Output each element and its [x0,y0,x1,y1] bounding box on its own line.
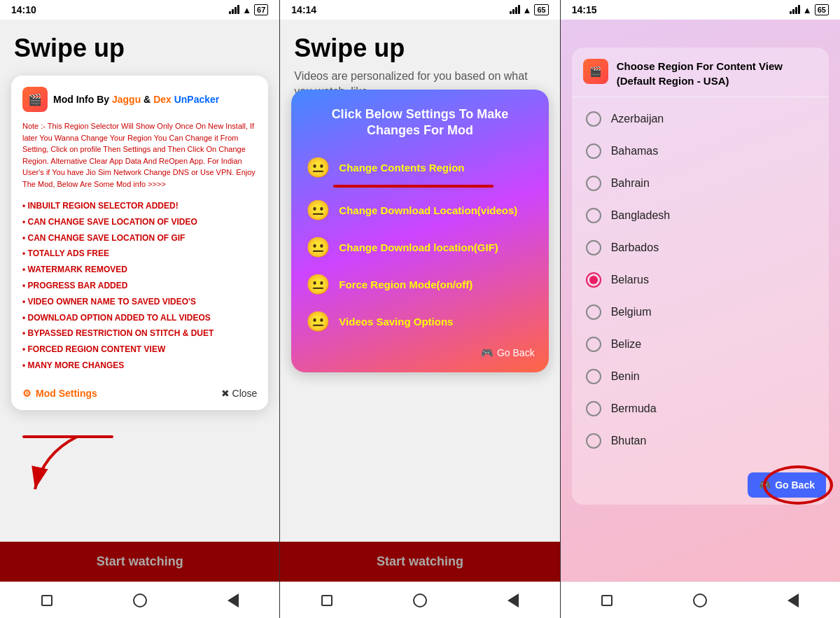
region-name-1: Bahamas [611,145,659,157]
close-button[interactable]: ✖ Close [221,388,258,399]
radio-bhutan[interactable] [586,433,601,449]
feature-item: • INBUILT REGION SELECTOR ADDED! [22,198,257,214]
phone-panel-1: 14:10 ▲ 67 Swipe up 🎬 Mod Info By Jaggu … [0,0,279,618]
mod-settings-button[interactable]: ⚙ Mod Settings [22,388,97,399]
signal-bars-3 [790,6,800,14]
mod-settings-label: Mod Settings [36,388,97,399]
feature-item: • PROGRESS BAR ADDED [22,278,257,294]
region-item-6[interactable]: Belgium [572,296,829,328]
unpacker-label: UnPacker [174,94,220,105]
wifi-icon-1: ▲ [242,5,251,15]
settings-item-3[interactable]: 😐 Force Region Mode(on/off) [305,273,534,296]
mod-by-label: Mod Info By [53,94,112,105]
region-name-7: Belize [611,338,642,351]
nav-back-2[interactable] [505,592,522,609]
settings-item-2[interactable]: 😐 Change Download location(GIF) [305,236,534,259]
radio-azerbaijan[interactable] [586,111,601,127]
time-3: 14:15 [572,4,597,15]
region-item-2[interactable]: Bahrain [572,167,829,199]
mod-settings-underline [22,435,113,438]
go-back-button-3[interactable]: 🎮 Go Back [748,472,826,498]
logo-icon-1: 🎬 [22,87,48,112]
region-name-2: Bahrain [611,177,650,190]
radio-barbados[interactable] [586,240,601,255]
bottom-nav-2 [280,582,559,618]
feature-item: • CAN CHANGE SAVE LOCATION OF GIF [22,230,257,246]
region-item-1[interactable]: Bahamas [572,135,829,167]
jaggu-label: Jaggu [112,94,141,105]
settings-item-4[interactable]: 😐 Videos Saving Options [305,310,534,333]
settings-card-inner: Click Below Settings To Make Changes For… [291,90,548,372]
nav-square-2[interactable] [318,592,335,609]
go-back-label-2: Go Back [497,347,535,358]
dex-label: Dex [153,94,174,105]
settings-item-text-4: Videos Saving Options [339,316,453,328]
phone-panel-3: 14:15 ▲ 65 🎬 Choose Region For Content V… [561,0,840,618]
nav-square-3[interactable] [598,592,615,609]
start-watching-2[interactable]: Start watching [280,542,559,582]
battery-icon-3: 65 [815,4,829,15]
screen-3: 🎬 Choose Region For Content View (Defaul… [561,20,840,582]
settings-item-1[interactable]: 😐 Change Download Location(videos) [305,199,534,222]
nav-home-1[interactable] [132,592,148,609]
nav-back-3[interactable] [785,592,802,609]
radio-benin[interactable] [586,369,601,384]
screen-1: Swipe up 🎬 Mod Info By Jaggu & Dex UnPac… [0,20,279,542]
feature-item: • FORCED REGION CONTENT VIEW [22,342,257,358]
region-item-4[interactable]: Barbados [572,232,829,264]
time-2: 14:14 [291,4,316,15]
region-name-9: Bermuda [611,402,657,415]
settings-item-text-0: Change Contents Region [339,162,464,174]
nav-square-1[interactable] [38,592,55,609]
battery-icon-1: 67 [254,4,268,15]
radio-bahamas[interactable] [586,143,601,159]
radio-belgium[interactable] [586,304,601,320]
region-item-7[interactable]: Belize [572,328,829,360]
nav-home-2[interactable] [412,592,428,609]
nav-back-1[interactable] [225,592,241,609]
settings-go-back[interactable]: 🎮 Go Back [305,347,534,358]
settings-card: Click Below Settings To Make Changes For… [291,90,548,372]
region-name-0: Azerbaijan [611,113,664,125]
feature-item: • TOTALLY ADS FREE [22,246,257,262]
arrow-annotation-1 [21,430,105,500]
region-item-3[interactable]: Bangladesh [572,199,829,232]
battery-icon-2: 65 [534,4,548,15]
bottom-nav-3 [561,582,840,618]
region-logo: 🎬 [583,59,608,84]
swipe-up-title-2: Swipe up [280,20,559,69]
start-watching-1[interactable]: Start watching [0,542,279,582]
settings-item-text-1: Change Download Location(videos) [339,204,517,216]
status-icons-2: ▲ 65 [510,4,549,15]
settings-item-text-3: Force Region Mode(on/off) [339,279,472,290]
region-name-5: Belarus [611,274,649,286]
region-item-8[interactable]: Benin [572,360,829,393]
radio-belize[interactable] [586,337,601,352]
region-name-4: Barbados [611,241,659,254]
feature-item: • WATERMARK REMOVED [22,262,257,278]
region-name-6: Belgium [611,306,652,318]
region-item-5[interactable]: Belarus [572,264,829,296]
region-list: Azerbaijan Bahamas Bahrain Bangladesh Ba… [572,97,829,463]
settings-title: Click Below Settings To Make Changes For… [305,106,534,139]
feature-item: • MANY MORE CHANGES [22,358,257,374]
radio-bermuda[interactable] [586,401,601,416]
go-back-icon-3: 🎮 [759,479,771,491]
region-item-9[interactable]: Bermuda [572,393,829,425]
region-item-10[interactable]: Bhutan [572,425,829,457]
wifi-icon-2: ▲ [523,5,532,15]
nav-home-3[interactable] [692,592,708,609]
close-label: Close [232,388,258,399]
region-item-0[interactable]: Azerbaijan [572,103,829,135]
radio-bahrain[interactable] [586,176,601,191]
status-icons-3: ▲ 65 [790,4,829,15]
status-icons-1: ▲ 67 [229,4,268,15]
settings-emoji-0: 😐 [305,156,330,179]
mod-info-card: 🎬 Mod Info By Jaggu & Dex UnPacker Note … [11,76,268,410]
card-header: 🎬 Mod Info By Jaggu & Dex UnPacker [22,87,257,112]
settings-item-0[interactable]: 😐 Change Contents Region [305,156,534,179]
card-note: Note :- This Region Selector Will Show O… [22,120,257,190]
radio-belarus[interactable] [586,272,601,288]
swipe-up-title-1: Swipe up [0,20,279,69]
radio-bangladesh[interactable] [586,208,601,223]
